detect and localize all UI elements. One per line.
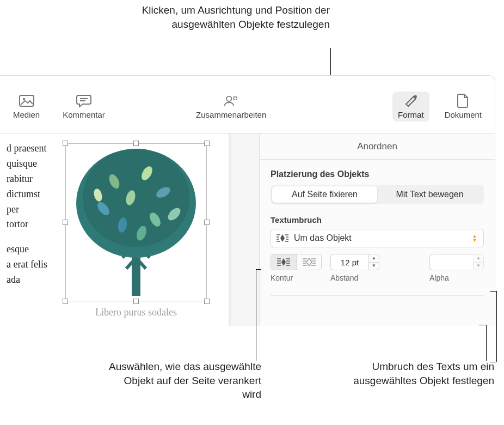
toolbar-left-group: Medien Kommentar: [8, 92, 110, 122]
alpha-label: Alpha: [429, 274, 484, 282]
textwrap-select[interactable]: Um das Objekt ▲▼: [271, 229, 484, 247]
kontur-shape-btn[interactable]: [296, 254, 321, 270]
abstand-stepper: ▲ ▼: [330, 254, 379, 270]
toolbar-right-group: Format Dokument: [392, 92, 487, 122]
abstand-inc[interactable]: ▲: [369, 254, 379, 262]
callout-bottom-left-text: Auswählen, wie das ausgewählte Objekt au…: [109, 361, 261, 400]
handle-bottom-right[interactable]: [204, 299, 210, 304]
comment-button[interactable]: Kommentar: [57, 92, 110, 122]
collaborate-button[interactable]: Zusammenarbeiten: [190, 92, 272, 122]
inspector-panel: Anordnen Platzierung des Objekts Auf Sei…: [260, 133, 495, 326]
kontur-segmented: [271, 254, 322, 270]
format-button[interactable]: Format: [392, 92, 429, 122]
panel-divider: [271, 295, 484, 296]
inspector-content: Platzierung des Objekts Auf Seite fixier…: [260, 160, 495, 306]
abstand-col: ▲ ▼ Abstand: [330, 254, 379, 282]
handle-bottom-left[interactable]: [63, 299, 68, 304]
wrap-row: Kontur ▲ ▼ Abstand: [271, 254, 484, 282]
svg-point-1: [22, 98, 24, 100]
callout-bracket-right-top: [490, 291, 496, 292]
comment-icon: [76, 94, 91, 108]
callout-line-right-inner-tick: [479, 325, 486, 325]
toolbar-center-group: Zusammenarbeiten: [190, 92, 272, 122]
document-label: Dokument: [445, 110, 482, 119]
handle-top-left[interactable]: [63, 141, 68, 146]
media-button[interactable]: Medien: [8, 92, 45, 122]
document-canvas[interactable]: d praesent quisque rabitur dictumst per …: [0, 133, 260, 326]
tab-anordnen[interactable]: Anordnen: [357, 141, 397, 152]
callout-line-left-tick: [256, 269, 261, 270]
select-arrows-icon: ▲▼: [469, 233, 480, 244]
toolbar: Medien Kommentar Zusammenarbeiten: [0, 76, 495, 133]
selection-box: [65, 143, 207, 301]
svg-point-4: [226, 96, 231, 101]
alpha-stepper-btns: ▲ ▼: [473, 254, 484, 270]
callout-line-left: [256, 269, 256, 361]
callout-bottom-right: Umbruch des Texts um ein ausgewähltes Ob…: [342, 360, 494, 387]
collaborate-label: Zusammenarbeiten: [196, 110, 266, 119]
placement-title: Platzierung des Objekts: [271, 169, 484, 179]
handle-mid-right[interactable]: [204, 220, 210, 225]
alpha-inc: ▲: [474, 254, 483, 262]
textwrap-select-label: Um das Objekt: [294, 233, 469, 243]
media-icon: [19, 94, 34, 108]
app-window: Medien Kommentar Zusammenarbeiten: [0, 75, 495, 326]
callout-bottom-left: Auswählen, wie das ausgewählte Objekt au…: [103, 360, 261, 402]
callout-bracket-right-outer: [496, 291, 497, 362]
textwrap-title: Textumbruch: [271, 215, 484, 224]
alpha-input[interactable]: [429, 254, 473, 270]
alpha-dec: ▼: [474, 262, 483, 270]
kontur-label: Kontur: [271, 274, 322, 282]
abstand-stepper-btns: ▲ ▼: [368, 254, 379, 270]
callout-bottom-right-text: Umbruch des Texts um ein ausgewähltes Ob…: [353, 361, 494, 386]
callout-line-right-inner: [486, 325, 487, 361]
abstand-input[interactable]: [330, 254, 368, 270]
handle-top-right[interactable]: [204, 141, 210, 146]
seg-move-with-text[interactable]: Mit Text bewegen: [377, 186, 482, 203]
callout-top-text: Klicken, um Ausrichtung und Position der…: [142, 4, 330, 30]
image-caption[interactable]: Libero purus sodales: [65, 307, 207, 318]
handle-mid-left[interactable]: [63, 220, 68, 225]
document-button[interactable]: Dokument: [439, 92, 487, 122]
inspector-tab-bar: Anordnen: [260, 133, 495, 160]
alpha-stepper: ▲ ▼: [429, 254, 484, 270]
format-label: Format: [398, 110, 424, 119]
document-icon: [456, 94, 471, 108]
wrap-around-icon: [276, 234, 288, 242]
abstand-label: Abstand: [330, 274, 379, 282]
comment-label: Kommentar: [63, 110, 105, 119]
abstand-dec[interactable]: ▼: [369, 262, 379, 270]
format-icon: [403, 94, 419, 108]
callout-top: Klicken, um Ausrichtung und Position der…: [128, 3, 330, 31]
placement-segmented-control: Auf Seite fixieren Mit Text bewegen: [271, 185, 484, 204]
media-label: Medien: [13, 110, 40, 119]
kontur-col: Kontur: [271, 254, 322, 282]
content-area: d praesent quisque rabitur dictumst per …: [0, 133, 495, 326]
selected-object[interactable]: [65, 143, 207, 301]
svg-rect-0: [20, 95, 34, 106]
handle-bottom-mid[interactable]: [133, 299, 139, 304]
alpha-col: ▲ ▼ Alpha: [429, 254, 484, 282]
kontur-rect-btn[interactable]: [271, 254, 296, 270]
collaborate-icon: [224, 94, 239, 108]
handle-top-mid[interactable]: [133, 141, 139, 146]
seg-fix-on-page[interactable]: Auf Seite fixieren: [272, 186, 377, 203]
